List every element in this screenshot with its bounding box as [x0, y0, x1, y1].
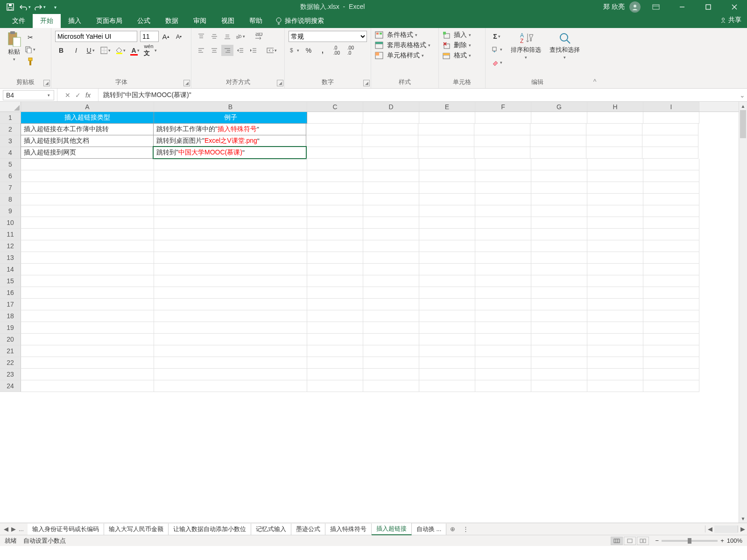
- cell[interactable]: [307, 310, 363, 322]
- cell[interactable]: [418, 124, 474, 135]
- cell[interactable]: [363, 310, 419, 322]
- autosum-button[interactable]: Σ▾: [489, 31, 505, 42]
- cell[interactable]: [475, 310, 531, 322]
- cell[interactable]: [363, 170, 419, 182]
- cell[interactable]: [154, 345, 307, 357]
- cancel-icon[interactable]: ✕: [65, 91, 70, 99]
- cell[interactable]: [531, 357, 587, 369]
- cell[interactable]: [643, 170, 699, 182]
- sheet-nav-more[interactable]: ...: [19, 525, 24, 532]
- cell[interactable]: [474, 135, 530, 147]
- cell[interactable]: [154, 170, 307, 182]
- sheet-tab[interactable]: 自动换 ...: [412, 524, 446, 535]
- cell[interactable]: [642, 147, 698, 159]
- cell[interactable]: [475, 299, 531, 310]
- cell[interactable]: [307, 380, 363, 392]
- cell[interactable]: [643, 240, 699, 252]
- clear-button[interactable]: ▾: [489, 57, 505, 68]
- row-header[interactable]: 14: [0, 264, 21, 275]
- row-header[interactable]: 17: [0, 299, 21, 310]
- cell[interactable]: [307, 159, 363, 170]
- column-header[interactable]: A: [21, 102, 154, 112]
- cell[interactable]: [418, 135, 474, 147]
- select-all-button[interactable]: [0, 102, 21, 112]
- cell[interactable]: [587, 170, 643, 182]
- cell[interactable]: [363, 345, 419, 357]
- row-header[interactable]: 1: [0, 112, 21, 124]
- align-bottom-button[interactable]: [221, 31, 233, 42]
- cell[interactable]: 例子: [154, 112, 307, 124]
- cell[interactable]: [419, 112, 475, 124]
- cell[interactable]: [587, 112, 643, 124]
- cell[interactable]: [21, 217, 154, 229]
- cell[interactable]: [418, 147, 474, 159]
- scroll-thumb[interactable]: [740, 110, 746, 138]
- row-header[interactable]: 7: [0, 182, 21, 194]
- row-header[interactable]: 4: [0, 147, 21, 159]
- hscroll-right-button[interactable]: ▶: [738, 525, 747, 532]
- cell[interactable]: [307, 194, 363, 205]
- cell[interactable]: [307, 299, 363, 310]
- cell[interactable]: [587, 357, 643, 369]
- cell[interactable]: [307, 112, 363, 124]
- decrease-decimal-button[interactable]: .00.0: [345, 45, 357, 56]
- row-header[interactable]: 16: [0, 287, 21, 299]
- find-select-button[interactable]: 查找和选择▾: [547, 31, 583, 61]
- row-header[interactable]: 11: [0, 229, 21, 240]
- increase-indent-button[interactable]: [247, 45, 260, 56]
- column-header[interactable]: B: [154, 102, 307, 112]
- cell[interactable]: [475, 229, 531, 240]
- cell[interactable]: [475, 240, 531, 252]
- expand-formula-bar-button[interactable]: ⌄: [738, 91, 747, 99]
- decrease-indent-button[interactable]: [234, 45, 247, 56]
- cell[interactable]: [21, 369, 154, 380]
- cell[interactable]: [363, 205, 419, 217]
- cell[interactable]: [363, 112, 419, 124]
- cell[interactable]: [419, 182, 475, 194]
- row-header[interactable]: 3: [0, 135, 21, 147]
- cell[interactable]: [587, 322, 643, 334]
- cell[interactable]: [587, 334, 643, 345]
- sheet-options-button[interactable]: ⋮: [459, 525, 472, 532]
- cell[interactable]: [21, 287, 154, 299]
- cell[interactable]: [475, 182, 531, 194]
- cell[interactable]: [643, 264, 699, 275]
- cell[interactable]: [530, 135, 586, 147]
- new-sheet-button[interactable]: ⊕: [446, 525, 459, 532]
- cell[interactable]: [475, 369, 531, 380]
- row-header[interactable]: 19: [0, 322, 21, 334]
- cell-styles-button[interactable]: 单元格样式▾: [375, 51, 425, 60]
- cell[interactable]: [307, 182, 363, 194]
- sheet-nav-prev[interactable]: ◀: [4, 525, 8, 532]
- collapse-ribbon-button[interactable]: ^: [589, 28, 600, 88]
- cell[interactable]: [587, 299, 643, 310]
- cell[interactable]: [587, 264, 643, 275]
- cell[interactable]: [587, 205, 643, 217]
- cell[interactable]: [307, 369, 363, 380]
- cell[interactable]: [475, 170, 531, 182]
- zoom-in-button[interactable]: +: [720, 537, 724, 544]
- tab-page-layout[interactable]: 页面布局: [89, 14, 130, 28]
- cell[interactable]: [531, 112, 587, 124]
- column-header[interactable]: D: [363, 102, 419, 112]
- cell[interactable]: [363, 334, 419, 345]
- cell[interactable]: [154, 357, 307, 369]
- cell[interactable]: [475, 322, 531, 334]
- maximize-button[interactable]: [698, 0, 719, 14]
- cell[interactable]: 插入超链接在本工作薄中跳转: [21, 123, 154, 135]
- enter-icon[interactable]: ✓: [75, 91, 81, 99]
- cell[interactable]: [587, 240, 643, 252]
- cell[interactable]: [531, 229, 587, 240]
- cell[interactable]: [21, 345, 154, 357]
- cell[interactable]: [587, 287, 643, 299]
- cell[interactable]: [307, 264, 363, 275]
- cell[interactable]: [643, 369, 699, 380]
- scroll-up-button[interactable]: ▲: [739, 102, 747, 110]
- cell[interactable]: [419, 287, 475, 299]
- cell[interactable]: [419, 275, 475, 287]
- sheet-tab[interactable]: 插入特殊符号: [325, 524, 372, 535]
- cell[interactable]: [586, 147, 642, 159]
- cell[interactable]: [531, 159, 587, 170]
- cell[interactable]: [21, 182, 154, 194]
- cell[interactable]: [21, 229, 154, 240]
